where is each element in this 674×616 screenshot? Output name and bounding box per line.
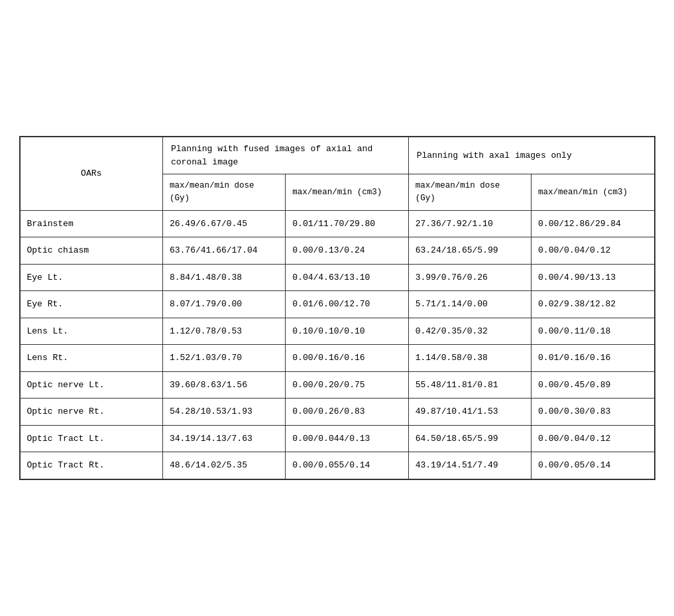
data-cell-8-2: 64.50/18.65/5.99 [408, 425, 531, 452]
table-row: Optic Tract Rt.48.6/14.02/5.350.00/0.055… [20, 452, 654, 479]
table-row: Optic nerve Rt.54.28/10.53/1.930.00/0.26… [20, 399, 654, 426]
oar-name-cell: Optic chiasm [20, 237, 162, 265]
table-row: Eye Rt.8.07/1.79/0.000.01/6.00/12.705.71… [20, 291, 654, 318]
data-cell-7-1: 0.00/0.26/0.83 [286, 399, 408, 426]
data-cell-5-2: 1.14/0.58/0.38 [408, 345, 531, 372]
data-cell-3-2: 5.71/1.14/0.00 [408, 291, 531, 318]
oar-name-cell: Eye Lt. [20, 264, 162, 291]
data-cell-6-1: 0.00/0.20/0.75 [286, 371, 408, 399]
group1-header: Planning with fused images of axial and … [162, 137, 408, 174]
data-cell-6-3: 0.00/0.45/0.89 [532, 371, 654, 399]
oar-name-cell: Brainstem [20, 210, 162, 237]
table-row: Optic Tract Lt.34.19/14.13/7.630.00/0.04… [20, 425, 654, 452]
data-cell-7-3: 0.00/0.30/0.83 [532, 399, 654, 426]
data-cell-8-3: 0.00/0.04/0.12 [532, 425, 654, 452]
data-cell-3-1: 0.01/6.00/12.70 [286, 291, 408, 318]
data-cell-0-0: 26.49/6.67/0.45 [162, 210, 285, 237]
data-cell-9-2: 43.19/14.51/7.49 [408, 452, 531, 479]
data-cell-4-3: 0.00/0.11/0.18 [532, 318, 654, 345]
data-cell-0-2: 27.36/7.92/1.10 [408, 210, 531, 237]
oar-name-cell: Optic nerve Lt. [20, 371, 162, 399]
data-cell-0-1: 0.01/11.70/29.80 [286, 210, 408, 237]
data-cell-8-1: 0.00/0.044/0.13 [286, 425, 408, 452]
data-cell-4-1: 0.10/0.10/0.10 [286, 318, 408, 345]
data-cell-5-3: 0.01/0.16/0.16 [532, 345, 654, 372]
oar-name-cell: Optic nerve Rt. [20, 399, 162, 426]
data-cell-5-1: 0.00/0.16/0.16 [286, 345, 408, 372]
data-cell-9-1: 0.00/0.055/0.14 [286, 452, 408, 479]
oar-name-cell: Optic Tract Rt. [20, 452, 162, 479]
data-cell-2-2: 3.99/0.76/0.26 [408, 264, 531, 291]
data-table: OARs Planning with fused images of axial… [20, 137, 655, 479]
data-cell-3-3: 0.02/9.38/12.82 [532, 291, 654, 318]
sub-col2-header: max/mean/min (cm3) [286, 174, 408, 211]
data-cell-7-0: 54.28/10.53/1.93 [162, 399, 285, 426]
data-cell-8-0: 34.19/14.13/7.63 [162, 425, 285, 452]
data-cell-2-3: 0.00/4.90/13.13 [532, 264, 654, 291]
table-row: Optic chiasm63.76/41.66/17.040.00/0.13/0… [20, 237, 654, 265]
oar-name-cell: Lens Lt. [20, 318, 162, 345]
data-cell-7-2: 49.87/10.41/1.53 [408, 399, 531, 426]
table-row: Lens Lt.1.12/0.78/0.530.10/0.10/0.100.42… [20, 318, 654, 345]
sub-col4-header: max/mean/min (cm3) [532, 174, 654, 211]
oar-name-cell: Optic Tract Lt. [20, 425, 162, 452]
data-cell-1-2: 63.24/18.65/5.99 [408, 237, 531, 265]
data-cell-9-3: 0.00/0.05/0.14 [532, 452, 654, 479]
data-cell-4-0: 1.12/0.78/0.53 [162, 318, 285, 345]
data-cell-9-0: 48.6/14.02/5.35 [162, 452, 285, 479]
data-cell-2-0: 8.84/1.48/0.38 [162, 264, 285, 291]
data-cell-6-2: 55.48/11.81/0.81 [408, 371, 531, 399]
sub-col1-header: max/mean/min dose (Gy) [162, 174, 285, 211]
table-row: Brainstem26.49/6.67/0.450.01/11.70/29.80… [20, 210, 654, 237]
data-cell-4-2: 0.42/0.35/0.32 [408, 318, 531, 345]
data-cell-1-0: 63.76/41.66/17.04 [162, 237, 285, 265]
data-cell-1-3: 0.00/0.04/0.12 [532, 237, 654, 265]
group2-header: Planning with axal images only [408, 137, 654, 174]
oar-name-cell: Eye Rt. [20, 291, 162, 318]
main-table-wrapper: OARs Planning with fused images of axial… [19, 136, 655, 480]
table-row: Optic nerve Lt.39.60/8.63/1.560.00/0.20/… [20, 371, 654, 399]
oars-header: OARs [20, 137, 162, 211]
data-cell-3-0: 8.07/1.79/0.00 [162, 291, 285, 318]
data-cell-2-1: 0.04/4.63/13.10 [286, 264, 408, 291]
data-cell-1-1: 0.00/0.13/0.24 [286, 237, 408, 265]
oar-name-cell: Lens Rt. [20, 345, 162, 372]
table-row: Lens Rt.1.52/1.03/0.700.00/0.16/0.161.14… [20, 345, 654, 372]
data-cell-6-0: 39.60/8.63/1.56 [162, 371, 285, 399]
data-cell-0-3: 0.00/12.86/29.84 [532, 210, 654, 237]
sub-col3-header: max/mean/min dose (Gy) [408, 174, 531, 211]
table-row: Eye Lt.8.84/1.48/0.380.04/4.63/13.103.99… [20, 264, 654, 291]
data-cell-5-0: 1.52/1.03/0.70 [162, 345, 285, 372]
